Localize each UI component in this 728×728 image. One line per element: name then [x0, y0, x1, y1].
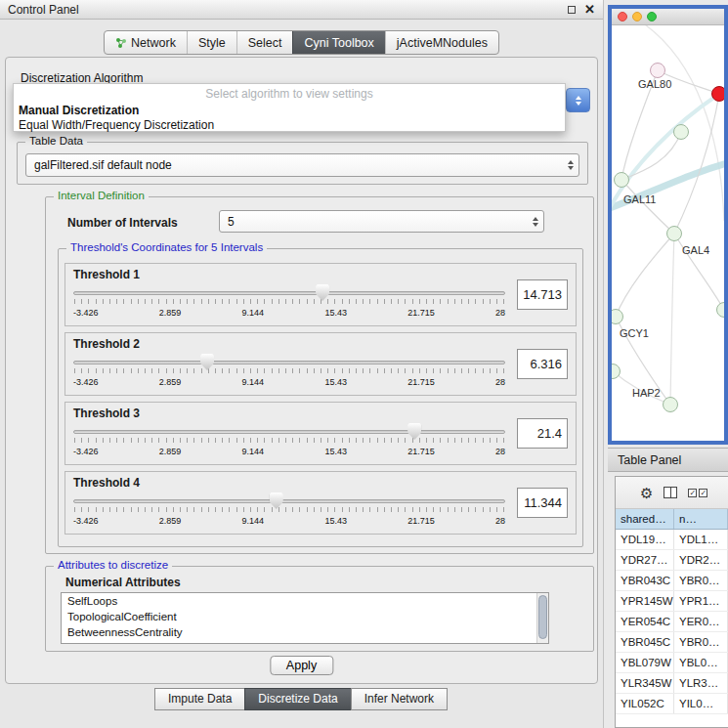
- column-header-name[interactable]: n…: [674, 509, 728, 529]
- table-row[interactable]: YBR045CYBR0…: [616, 632, 728, 653]
- apply-button[interactable]: Apply: [270, 656, 333, 675]
- float-window-icon[interactable]: [568, 6, 576, 14]
- column-header-shared-name[interactable]: shared…: [616, 509, 674, 529]
- num-intervals-value: 5: [228, 215, 235, 229]
- num-intervals-combo[interactable]: 5: [219, 210, 544, 233]
- slider-ticks: [74, 299, 504, 304]
- slider-track: [73, 291, 505, 295]
- thresholds-group: Threshold's Coordinates for 5 Intervals …: [58, 248, 583, 547]
- table-data-group: Table Data galFiltered.sif default node: [17, 142, 588, 185]
- control-panel-titlebar: Control Panel ✕: [0, 0, 603, 20]
- threshold-3-slider[interactable]: [73, 422, 505, 444]
- table-data-group-title: Table Data: [25, 135, 87, 147]
- list-item[interactable]: BetweennessCentrality: [62, 624, 548, 640]
- list-item[interactable]: SelfLoops: [62, 593, 548, 609]
- tab-label: Network: [131, 36, 176, 50]
- threshold-1-label: Threshold 1: [73, 268, 140, 281]
- window-title: Control Panel: [8, 3, 79, 17]
- table-header-row: shared… n…: [616, 509, 728, 530]
- tab-label: Style: [198, 36, 226, 50]
- algorithm-option-equal-width-frequency[interactable]: Equal Width/Frequency Discretization: [14, 118, 565, 133]
- node[interactable]: [673, 124, 689, 140]
- tab-impute-data[interactable]: Impute Data: [154, 688, 245, 710]
- zoom-traffic-light-icon[interactable]: [647, 12, 657, 21]
- node-label: HAP2: [632, 387, 661, 399]
- tab-network[interactable]: Network: [105, 31, 187, 54]
- algorithm-option-manual-discretization[interactable]: Manual Discretization: [14, 104, 565, 118]
- threshold-1-panel: Threshold 1 -3.4262.8599.14415.4321.7152…: [64, 263, 577, 326]
- threshold-4-panel: Threshold 4 -3.4262.8599.14415.4321.7152…: [64, 471, 577, 535]
- tab-jactivemnodules[interactable]: jActiveMNodules: [385, 31, 498, 54]
- table-panel-header: Table Panel: [608, 448, 728, 472]
- threshold-4-label: Threshold 4: [73, 476, 140, 490]
- slider-scale: -3.4262.8599.14415.4321.71528: [73, 308, 505, 318]
- bottom-tabstrip: Impute Data Discretize Data Infer Networ…: [0, 688, 603, 710]
- tab-style[interactable]: Style: [187, 31, 236, 54]
- table-data-value: galFiltered.sif default node: [34, 158, 172, 172]
- list-item[interactable]: TopologicalCoefficient: [62, 609, 548, 624]
- slider-scale: -3.4262.8599.14415.4321.71528: [73, 447, 505, 456]
- node-gal4[interactable]: [666, 226, 682, 241]
- close-icon[interactable]: ✕: [584, 3, 595, 16]
- stepper-icon: [527, 217, 538, 227]
- algorithm-dropdown: Select algorithm to view settings Manual…: [13, 83, 566, 132]
- table-data-combo[interactable]: galFiltered.sif default node: [25, 153, 579, 177]
- node-gal11[interactable]: [614, 172, 629, 188]
- threshold-2-value[interactable]: 6.316: [517, 349, 568, 379]
- threshold-1-value[interactable]: 14.713: [517, 279, 568, 310]
- checkboxes-icon[interactable]: ✓ ✓: [688, 489, 707, 497]
- node-selected-red[interactable]: [711, 86, 724, 102]
- node-label: GAL11: [623, 193, 656, 205]
- tab-label: jActiveMNodules: [397, 36, 488, 50]
- threshold-1-slider[interactable]: [73, 283, 505, 305]
- node-label: GAL4: [682, 244, 709, 256]
- table-panel-title: Table Panel: [618, 453, 681, 467]
- threshold-4-slider[interactable]: [73, 492, 505, 513]
- network-window-titlebar[interactable]: [612, 9, 724, 25]
- tab-infer-network[interactable]: Infer Network: [351, 688, 448, 710]
- table-row[interactable]: YIL052CYIL0…: [616, 694, 728, 714]
- table-row[interactable]: YLR345WYLR3…: [616, 673, 728, 694]
- node-label: GCY1: [620, 327, 649, 339]
- table-row[interactable]: YBL079WYBL0…: [616, 653, 728, 673]
- tab-select[interactable]: Select: [236, 31, 293, 54]
- threshold-2-slider[interactable]: [73, 353, 505, 374]
- table-row[interactable]: YER054CYER0…: [616, 612, 728, 632]
- numerical-attributes-label: Numerical Attributes: [65, 576, 181, 589]
- scrollbar-thumb[interactable]: [538, 595, 547, 639]
- threshold-3-value[interactable]: 21.4: [517, 418, 568, 449]
- tab-cyni-toolbox[interactable]: Cyni Toolbox: [292, 31, 384, 54]
- slider-scale: -3.4262.8599.14415.4321.71528: [73, 377, 505, 387]
- threshold-4-value[interactable]: 11.344: [517, 488, 568, 518]
- panel-tabstrip: Network Style Select Cyni Toolbox jActiv…: [104, 30, 499, 55]
- close-traffic-light-icon[interactable]: [618, 12, 627, 21]
- checkbox-icon[interactable]: ✓: [699, 489, 707, 497]
- node-label: GAL80: [638, 78, 671, 90]
- interval-definition-group: Interval Definition Number of Intervals …: [45, 196, 594, 554]
- algorithm-combo-stepper-icon[interactable]: [566, 88, 590, 112]
- threshold-3-label: Threshold 3: [73, 407, 140, 420]
- slider-ticks: [74, 438, 504, 443]
- threshold-3-panel: Threshold 3 -3.4262.8599.14415.4321.7152…: [64, 402, 577, 465]
- node-gal80[interactable]: [650, 63, 665, 78]
- gear-icon[interactable]: ⚙: [640, 486, 653, 500]
- checkbox-icon[interactable]: ✓: [688, 489, 697, 497]
- list-scrollbar[interactable]: [536, 593, 548, 643]
- table-row[interactable]: YBR043CYBR0…: [616, 571, 728, 591]
- slider-ticks: [74, 368, 504, 373]
- threshold-2-panel: Threshold 2 -3.4262.8599.14415.4321.7152…: [64, 332, 577, 396]
- network-icon: [115, 37, 127, 49]
- table-row[interactable]: YPR145WYPR1…: [616, 591, 728, 612]
- table-row[interactable]: YDL19…YDL1…: [616, 530, 728, 550]
- network-canvas[interactable]: GAL80 GAL11 GAL4 GCY1 HAP2: [612, 25, 724, 441]
- table-panel-window: ⚙ ✓ ✓ shared… n… YDL19…YDL1… YDR27…YDR2……: [615, 476, 728, 728]
- table-row[interactable]: YDR27…YDR2…: [616, 550, 728, 571]
- slider-track: [73, 430, 505, 434]
- columns-icon[interactable]: [664, 487, 677, 498]
- minimize-traffic-light-icon[interactable]: [632, 12, 642, 21]
- numerical-attributes-list[interactable]: SelfLoops TopologicalCoefficient Between…: [61, 592, 549, 644]
- tab-discretize-data[interactable]: Discretize Data: [244, 688, 351, 710]
- node-hap2[interactable]: [663, 397, 678, 412]
- threshold-2-label: Threshold 2: [73, 337, 140, 351]
- num-intervals-label: Number of Intervals: [67, 216, 178, 230]
